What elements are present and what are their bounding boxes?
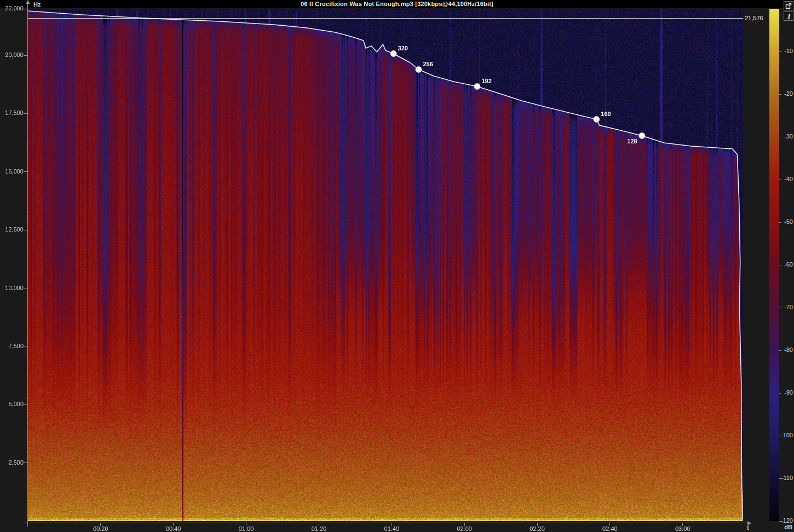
y-tick	[24, 288, 27, 288]
max-frequency-label: 21,576	[745, 15, 763, 21]
db-tick-label: -60	[780, 261, 793, 268]
y-tick	[24, 113, 27, 114]
db-tick-label: -80	[780, 346, 793, 353]
db-axis-title: dB	[779, 524, 792, 530]
y-axis-title: Hz	[33, 1, 41, 8]
db-tick-label: -20	[780, 90, 793, 97]
db-tick-label: -40	[780, 176, 793, 182]
db-tick-label: -110	[780, 475, 793, 481]
y-tick-label: 2,500	[1, 459, 24, 466]
x-tick-label: 00:40	[162, 525, 186, 532]
db-tick-label: -50	[780, 218, 793, 225]
open-external-icon	[785, 3, 792, 9]
x-tick-label: 01:40	[379, 525, 404, 532]
y-tick-label: 17,500	[1, 109, 24, 116]
bitrate-marker-label: 128	[627, 138, 637, 144]
open-external-button[interactable]	[784, 1, 793, 10]
bitrate-marker-label: 160	[601, 111, 611, 117]
title-bar: 06 If Crucifixion Was Not Enough.mp3 [32…	[0, 0, 794, 8]
bitrate-marker-label: 256	[423, 61, 433, 67]
file-title: 06 If Crucifixion Was Not Enough.mp3 [32…	[0, 1, 794, 7]
x-tick-label: 03:00	[671, 525, 695, 532]
y-axis-line	[27, 3, 28, 527]
y-tick	[24, 404, 27, 405]
y-tick	[24, 462, 27, 463]
db-tick-label: -70	[780, 304, 793, 310]
y-tick-label: 5,000	[1, 401, 24, 407]
db-tick-label: -100	[780, 432, 793, 438]
x-axis-line	[24, 523, 748, 523]
y-axis-arrow-icon	[26, 0, 30, 4]
x-tick-label: 02:40	[598, 525, 622, 532]
y-tick-label: 10,000	[1, 285, 24, 291]
x-tick-label: 02:20	[525, 525, 549, 532]
db-tick-label: -120	[780, 517, 793, 524]
x-tick-label: 01:00	[234, 525, 258, 532]
y-tick	[24, 55, 27, 56]
y-tick-label: 15,000	[1, 168, 24, 175]
x-tick-label: 01:20	[307, 525, 331, 532]
spectrogram-heatmap	[28, 9, 743, 521]
db-tick-label: -10	[780, 48, 793, 54]
x-tick-label: 02:00	[452, 525, 476, 532]
y-tick-label: 22,000	[1, 5, 24, 11]
bitrate-marker-label: 320	[398, 45, 408, 51]
db-colorbar	[769, 9, 779, 521]
info-icon: i	[787, 13, 790, 20]
db-tick-label: -90	[780, 389, 793, 396]
y-tick-label: 20,000	[1, 51, 24, 58]
info-button[interactable]: i	[784, 11, 793, 21]
x-tick-label: 00:20	[89, 525, 113, 532]
spek-window: 06 If Crucifixion Was Not Enough.mp3 [32…	[0, 0, 794, 532]
bitrate-marker-label: 192	[481, 78, 491, 84]
y-tick	[24, 9, 27, 9]
y-tick-label: 12,500	[1, 226, 24, 233]
y-tick	[24, 346, 27, 346]
x-axis-title: t	[747, 524, 749, 531]
y-tick-label: 7,500	[1, 343, 24, 349]
y-tick	[24, 230, 27, 230]
y-tick	[24, 171, 27, 172]
db-tick-label: -30	[780, 133, 793, 140]
